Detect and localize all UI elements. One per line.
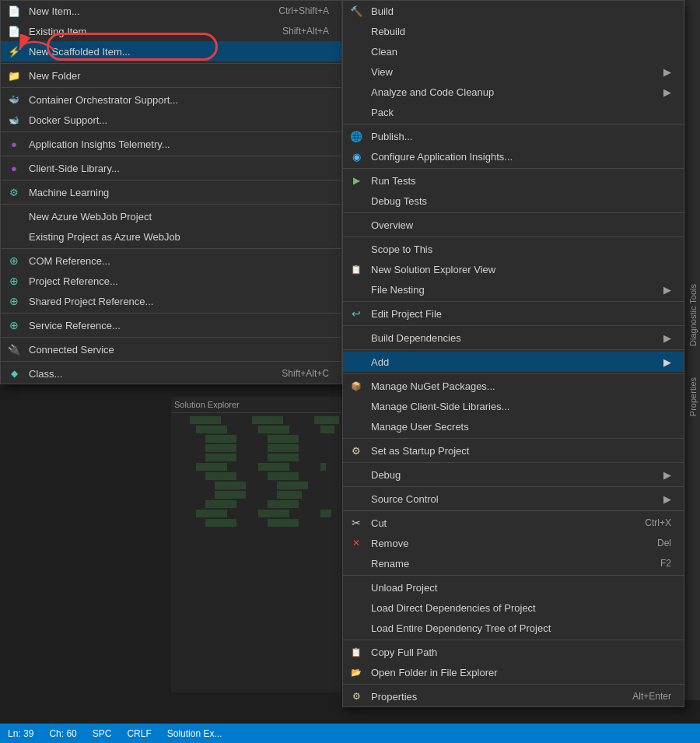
ml-icon: ⚙ (7, 185, 21, 199)
ref-icon3: ⊕ (7, 294, 21, 308)
menu-item-machine-learning[interactable]: ⚙ Machine Learning (1, 182, 341, 202)
right-separator-8 (343, 373, 684, 374)
menu-item-client-library[interactable]: ● Client-Side Library... (1, 158, 341, 178)
menu-item-file-nesting[interactable]: File Nesting ▶ (343, 279, 684, 300)
separator-8 (1, 313, 341, 314)
menu-item-debug-tests[interactable]: Debug Tests (343, 191, 684, 211)
menu-item-manage-nuget[interactable]: 📦 Manage NuGet Packages... (343, 376, 684, 396)
menu-item-properties[interactable]: ⚙ Properties Alt+Enter (343, 686, 684, 706)
menu-item-copy-full-path[interactable]: 📋 Copy Full Path (343, 642, 684, 662)
menu-item-unload-project[interactable]: Unload Project (343, 577, 684, 598)
menu-item-new-scaffolded-item[interactable]: ⚡ New Scaffolded Item... (1, 41, 341, 61)
menu-item-new-solution-explorer-view[interactable]: 📋 New Solution Explorer View (343, 259, 684, 279)
menu-item-debug[interactable]: Debug ▶ (343, 464, 684, 485)
menu-item-docker-support[interactable]: 🐋 Docker Support... (1, 110, 341, 130)
menu-item-existing-azure-webjob[interactable]: Existing Project as Azure WebJob (1, 226, 341, 247)
status-lineending: CRLF (127, 728, 151, 739)
folder-icon: 📁 (7, 68, 21, 82)
submenu-arrow2: ▶ (663, 86, 671, 98)
cut-icon: ✂ (349, 516, 363, 530)
edit-icon: ↩ (349, 307, 363, 321)
menu-item-manage-client-libs[interactable]: Manage Client-Side Libraries... (343, 396, 684, 416)
menu-item-container-orchestrator[interactable]: 🐳 Container Orchestrator Support... (1, 89, 341, 110)
folder-open-icon: 📂 (349, 665, 363, 679)
solution-explorer-thumbnail: Solution Explorer (171, 397, 342, 692)
menu-item-analyze-cleanup[interactable]: Analyze and Code Cleanup ▶ (343, 82, 684, 102)
right-separator-4 (343, 237, 684, 237)
menu-item-service-reference[interactable]: ⊕ Service Reference... (1, 315, 341, 335)
menu-item-configure-insights[interactable]: ◉ Configure Application Insights... (343, 146, 684, 166)
right-separator-14 (343, 640, 684, 640)
menu-item-build[interactable]: 🔨 Build (343, 1, 684, 21)
menu-item-overview[interactable]: Overview (343, 215, 684, 235)
right-separator-7 (343, 349, 684, 350)
publish-icon: 🌐 (349, 129, 363, 143)
configure-icon: ◉ (349, 149, 363, 163)
menu-item-shared-project-reference[interactable]: ⊕ Shared Project Reference... (1, 291, 341, 311)
separator-1 (1, 63, 341, 64)
props-icon: ⚙ (349, 689, 363, 703)
menu-item-com-reference[interactable]: ⊕ COM Reference... (1, 251, 341, 271)
submenu-arrow: ▶ (663, 66, 671, 78)
menu-item-project-reference[interactable]: ⊕ Project Reference... (1, 271, 341, 291)
remove-icon: ✕ (349, 536, 363, 550)
menu-item-scope-to-this[interactable]: Scope to This (343, 239, 684, 259)
menu-item-view[interactable]: View ▶ (343, 61, 684, 82)
right-separator-10 (343, 462, 684, 463)
menu-item-remove[interactable]: ✕ Remove Del (343, 533, 684, 553)
menu-item-manage-user-secrets[interactable]: Manage User Secrets (343, 416, 684, 436)
properties-panel[interactable]: Properties (688, 377, 698, 416)
menu-item-add[interactable]: Add ▶ (343, 352, 684, 372)
right-separator-9 (343, 438, 684, 439)
status-solution-explorer: Solution Ex... (167, 728, 222, 739)
right-separator-11 (343, 486, 684, 487)
menu-item-source-control[interactable]: Source Control ▶ (343, 489, 684, 509)
submenu-arrow5: ▶ (663, 356, 671, 368)
menu-item-pack[interactable]: Pack (343, 102, 684, 122)
separator-5 (1, 180, 341, 180)
menu-item-load-direct-deps[interactable]: Load Direct Dependencies of Project (343, 598, 684, 618)
menu-item-build-dependencies[interactable]: Build Dependencies ▶ (343, 328, 684, 348)
copy-icon: 📋 (349, 645, 363, 659)
menu-item-set-startup[interactable]: ⚙ Set as Startup Project (343, 440, 684, 461)
client-icon: ● (7, 161, 21, 175)
menu-item-rebuild[interactable]: Rebuild (343, 21, 684, 41)
submenu-arrow3: ▶ (663, 284, 671, 296)
menu-item-edit-project-file[interactable]: ↩ Edit Project File (343, 303, 684, 324)
menu-item-existing-item[interactable]: 📄 Existing Item... Shift+Alt+A (1, 21, 341, 41)
right-separator-2 (343, 168, 684, 169)
menu-item-new-folder[interactable]: 📁 New Folder (1, 65, 341, 86)
diagnostic-tools-panel[interactable]: Diagnostic Tools (688, 284, 698, 346)
right-separator-3 (343, 212, 684, 213)
right-separator-1 (343, 124, 684, 124)
menu-item-load-entire-tree[interactable]: Load Entire Dependency Tree of Project (343, 618, 684, 638)
right-separator-12 (343, 510, 684, 511)
separator-4 (1, 156, 341, 156)
menu-item-open-folder[interactable]: 📂 Open Folder in File Explorer (343, 662, 684, 682)
nuget-icon: 📦 (349, 379, 363, 393)
menu-item-publish[interactable]: 🌐 Publish... (343, 126, 684, 146)
ref-icon2: ⊕ (7, 274, 21, 288)
menu-item-class[interactable]: ◆ Class... Shift+Alt+C (1, 363, 341, 384)
right-separator-6 (343, 325, 684, 326)
menu-item-new-item[interactable]: 📄 New Item... Ctrl+Shift+A (1, 1, 341, 21)
doc-icon2: 📄 (7, 24, 21, 38)
status-spacing: SPC (93, 728, 112, 739)
menu-item-new-azure-webjob[interactable]: New Azure WebJob Project (1, 206, 341, 226)
doc-icon: 📄 (7, 4, 21, 18)
status-bar: Ln: 39 Ch: 60 SPC CRLF Solution Ex... (0, 724, 700, 743)
left-context-menu: 📄 New Item... Ctrl+Shift+A 📄 Existing It… (0, 0, 342, 384)
menu-item-rename[interactable]: Rename F2 (343, 553, 684, 573)
right-separator-13 (343, 575, 684, 576)
menu-item-run-tests[interactable]: ▶ Run Tests (343, 170, 684, 191)
menu-item-cut[interactable]: ✂ Cut Ctrl+X (343, 513, 684, 533)
connected-icon: 🔌 (7, 342, 21, 356)
menu-item-clean[interactable]: Clean (343, 41, 684, 61)
submenu-arrow7: ▶ (663, 493, 671, 505)
build-icon: 🔨 (349, 4, 363, 18)
status-col: Ch: 60 (49, 728, 76, 739)
vertical-panels: Diagnostic Tools Properties (684, 0, 700, 700)
menu-item-app-insights[interactable]: ● Application Insights Telemetry... (1, 134, 341, 154)
menu-item-connected-service[interactable]: 🔌 Connected Service (1, 339, 341, 359)
submenu-arrow6: ▶ (663, 469, 671, 481)
